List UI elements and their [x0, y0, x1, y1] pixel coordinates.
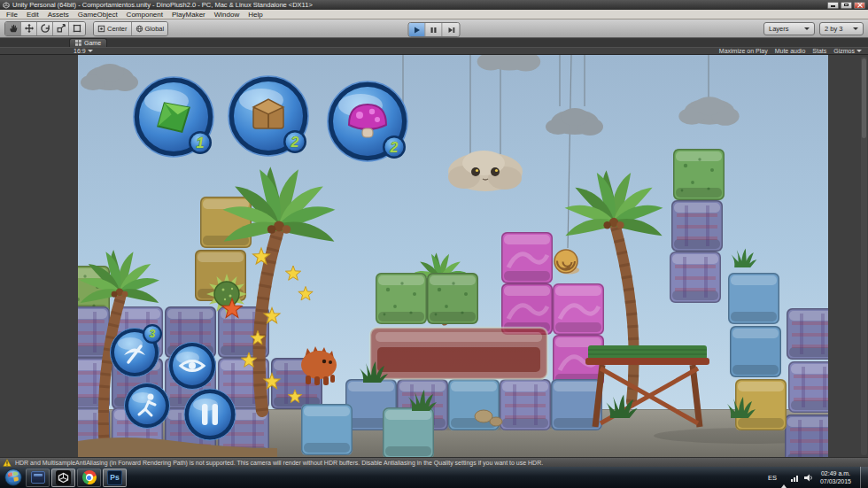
layout-dropdown[interactable]: 2 by 3 — [819, 22, 864, 35]
viewport-scrollbar[interactable] — [861, 57, 867, 455]
tray-expand-button[interactable] — [781, 469, 787, 485]
menu-item-edit[interactable]: Edit — [22, 10, 43, 19]
game-tabbar: Game — [0, 38, 868, 47]
powerup-count-badge: 1 — [189, 131, 212, 154]
game-tab-label: Game — [84, 40, 101, 46]
pause-icon — [430, 26, 438, 35]
move-tool-button[interactable] — [21, 22, 37, 35]
show-desktop-button[interactable] — [860, 467, 868, 488]
hand-tool-icon — [8, 23, 19, 34]
taskbar-unity-button[interactable] — [51, 469, 75, 487]
pivot-center-label: Center — [107, 25, 128, 33]
space-global-label: Global — [145, 25, 165, 33]
space-global-button[interactable]: Global — [132, 22, 168, 35]
powerup-button-1[interactable]: 1 — [134, 77, 213, 157]
app-window-icon — [31, 471, 45, 484]
taskbar-app-window-button[interactable] — [26, 469, 50, 487]
status-warning-text: HDR and MultisampleAntiAliasing (in Forw… — [15, 460, 543, 466]
toolbar-right: Layers 2 by 3 — [763, 22, 864, 35]
rotate-tool-icon — [40, 23, 50, 34]
taskbar-clock[interactable]: 02:49 a.m. 07/03/2015 — [818, 469, 854, 485]
start-button[interactable] — [3, 468, 24, 487]
powerup-1-count: 1 — [197, 136, 205, 151]
aspect-ratio-dropdown[interactable]: 16:9 — [71, 48, 96, 54]
powerup-count-badge: 2 — [383, 136, 406, 159]
rect-tool-button[interactable] — [69, 22, 85, 35]
window-title: Unity Personal (64bit) - Comportamientos… — [12, 1, 313, 9]
play-icon — [413, 26, 422, 35]
window-controls — [827, 2, 865, 9]
chevron-down-icon — [804, 27, 810, 30]
chrome-icon — [82, 470, 97, 484]
unity-editor-window: Unity Personal (64bit) - Comportamientos… — [0, 0, 868, 488]
transform-tools — [4, 21, 86, 36]
warning-icon — [3, 459, 12, 467]
stats-button[interactable]: Stats — [809, 47, 830, 55]
game-view-options: Maximize on Play Mute audio Stats Gizmos — [716, 47, 865, 55]
pause-button-hud[interactable] — [184, 389, 236, 440]
play-controls — [408, 22, 461, 37]
aspect-ratio-label: 16:9 — [74, 48, 86, 54]
eye-button[interactable] — [169, 343, 216, 390]
tab-game[interactable]: Game — [69, 38, 107, 47]
taskbar-chrome-button[interactable] — [77, 469, 101, 487]
menu-item-gameobject[interactable]: GameObject — [74, 10, 122, 19]
menu-bar: File Edit Assets GameObject Component Pl… — [0, 10, 868, 19]
clock-time: 02:49 a.m. — [820, 469, 851, 477]
hand-tool-button[interactable] — [5, 22, 21, 35]
rect-tool-icon — [72, 23, 82, 34]
front-cube-teal — [383, 407, 434, 457]
gizmos-dropdown[interactable]: Gizmos — [830, 47, 865, 55]
glass-case — [370, 328, 547, 379]
mute-audio-button[interactable]: Mute audio — [771, 47, 810, 55]
powerup-button-3[interactable]: 2 — [328, 81, 407, 161]
play-button[interactable] — [409, 23, 426, 36]
photoshop-icon: Ps — [107, 470, 122, 485]
unity-logo-icon — [3, 2, 10, 9]
step-button[interactable] — [443, 23, 460, 36]
game-viewport[interactable]: 1 2 — [0, 55, 868, 457]
windows-orb-icon — [4, 469, 22, 486]
chevron-up-icon — [781, 469, 787, 488]
language-indicator[interactable]: ES — [768, 474, 777, 482]
powerup-button-2[interactable]: 2 — [229, 76, 308, 156]
minimize-button[interactable] — [827, 2, 839, 9]
network-icon[interactable] — [791, 474, 800, 482]
powerup-3-count: 2 — [390, 140, 399, 155]
unity-icon — [56, 470, 71, 485]
clock-date: 07/03/2015 — [820, 477, 851, 485]
scrollbar-thumb[interactable] — [862, 58, 866, 138]
game-control-bar: 16:9 Maximize on Play Mute audio Stats G… — [0, 47, 868, 55]
scale-tool-icon — [56, 23, 66, 34]
scale-tool-button[interactable] — [53, 22, 69, 35]
pivot-space-toggles: Center Global — [93, 21, 168, 36]
game-view-icon — [75, 40, 81, 46]
rotate-tool-button[interactable] — [37, 22, 53, 35]
layers-label: Layers — [769, 25, 789, 33]
windows-taskbar: Ps ES 02:49 a.m. 07/03/2015 — [0, 467, 868, 488]
layers-dropdown[interactable]: Layers — [763, 22, 815, 35]
runner-button[interactable] — [125, 383, 170, 429]
maximize-on-play-button[interactable]: Maximize on Play — [716, 47, 771, 55]
menu-item-assets[interactable]: Assets — [43, 10, 74, 19]
powerup-count-badge: 2 — [283, 130, 306, 153]
volume-icon[interactable] — [804, 474, 813, 482]
menu-item-playmaker[interactable]: PlayMaker — [167, 10, 210, 19]
close-button[interactable] — [854, 2, 865, 9]
pause-button[interactable] — [426, 23, 443, 36]
menu-item-component[interactable]: Component — [122, 10, 167, 19]
move-tool-icon — [24, 23, 35, 34]
chevron-down-icon — [856, 50, 862, 52]
maximize-button[interactable] — [841, 2, 852, 9]
pivot-center-button[interactable]: Center — [94, 22, 132, 35]
action-count-badge: 3 — [143, 324, 162, 344]
menu-item-window[interactable]: Window — [210, 10, 244, 19]
system-tray: ES 02:49 a.m. 07/03/2015 — [768, 467, 868, 488]
layout-label: 2 by 3 — [825, 25, 842, 33]
menu-item-help[interactable]: Help — [244, 10, 267, 19]
chevron-down-icon — [853, 27, 858, 30]
console-status-bar[interactable]: HDR and MultisampleAntiAliasing (in Forw… — [0, 457, 868, 467]
taskbar-photoshop-button[interactable]: Ps — [103, 469, 127, 487]
menu-item-file[interactable]: File — [2, 10, 22, 19]
spiky-creature — [301, 346, 337, 385]
